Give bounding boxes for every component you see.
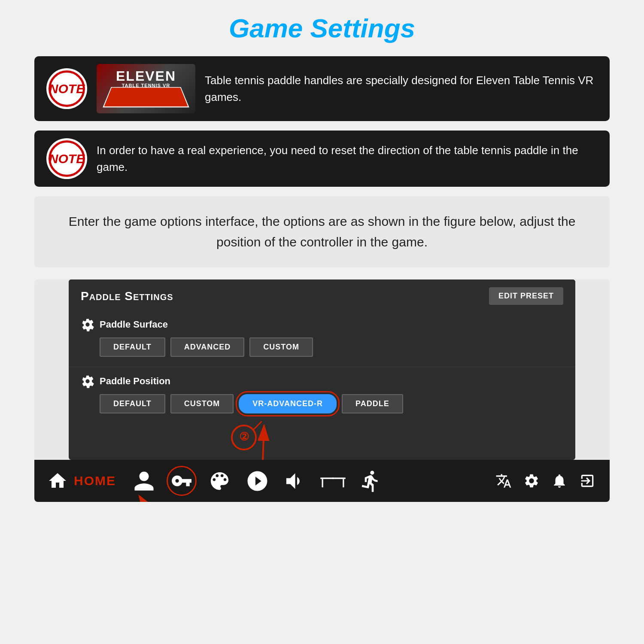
position-custom-btn[interactable]: CUSTOM: [170, 394, 234, 413]
paddle-position-section: Paddle Position DEFAULT CUSTOM VR-ADVANC…: [69, 369, 575, 421]
volume-svg-icon: [283, 469, 307, 493]
key-svg-icon: [171, 470, 192, 492]
surface-advanced-btn[interactable]: ADVANCED: [170, 337, 245, 357]
toolbar-table-icon[interactable]: [318, 466, 348, 496]
toolbar-settings-icon[interactable]: [522, 471, 541, 491]
note-text-2: In order to have a real experience, you …: [97, 142, 598, 176]
note-box-1: NOTE ELEVEN TABLE TENNIS VR Table tennis…: [34, 56, 610, 121]
exit-svg-icon: [579, 473, 595, 489]
game-ui-container: Paddle Settings EDIT PRESET Paddle Surfa…: [34, 279, 610, 502]
description-text: Enter the game options interface, the op…: [56, 211, 588, 252]
paddle-surface-section: Paddle Surface DEFAULT ADVANCED CUSTOM: [69, 313, 575, 365]
svg-rect-9: [343, 479, 344, 487]
note-label-2: NOTE: [49, 140, 85, 177]
position-section-title: Paddle Position: [100, 376, 170, 387]
svg-rect-8: [322, 479, 323, 487]
toolbar-area: HOME: [34, 460, 610, 502]
position-gear-icon: [81, 374, 94, 388]
toolbar-home-section: HOME: [47, 471, 116, 491]
toolbar-notification-icon[interactable]: [550, 471, 569, 491]
table-surface-decoration: [103, 87, 189, 108]
svg-rect-11: [322, 477, 344, 479]
home-icon: [47, 471, 68, 491]
toolbar-palette-icon[interactable]: [204, 466, 234, 496]
toolbar-key-icon[interactable]: [167, 466, 197, 496]
annotation-badge-2: ②: [228, 421, 262, 457]
page-title: Game Settings: [229, 13, 415, 43]
note-box-2: NOTE In order to have a real experience,…: [34, 131, 610, 187]
eleven-logo: ELEVEN TABLE TENNIS VR: [116, 69, 176, 88]
tt-subtitle: TABLE TENNIS VR: [116, 83, 176, 88]
position-button-row: DEFAULT CUSTOM VR-ADVANCED-R PADDLE: [81, 394, 563, 413]
translate-svg-icon: [495, 473, 512, 489]
note-label-1: NOTE: [49, 70, 85, 107]
surface-default-btn[interactable]: DEFAULT: [100, 337, 165, 357]
note-circle-1: NOTE: [46, 68, 87, 109]
surface-button-row: DEFAULT ADVANCED CUSTOM: [81, 337, 563, 357]
toolbar-person-icon[interactable]: [129, 466, 159, 496]
toolbar-home-label: HOME: [74, 474, 116, 488]
notification-svg-icon: [551, 473, 568, 489]
person-svg-icon: [132, 469, 156, 493]
surface-section-title: Paddle Surface: [100, 319, 168, 330]
game-toolbar: HOME: [34, 460, 610, 502]
panel-title: Paddle Settings: [81, 289, 173, 303]
toolbar-volume-icon[interactable]: [280, 466, 310, 496]
mask-svg-icon: [246, 469, 269, 493]
surface-custom-btn[interactable]: CUSTOM: [249, 337, 313, 357]
eleven-logo-text: ELEVEN: [116, 69, 176, 83]
position-vr-advanced-btn[interactable]: VR-ADVANCED-R: [239, 394, 337, 413]
paddle-settings-panel: Paddle Settings EDIT PRESET Paddle Surfa…: [69, 279, 575, 460]
svg-line-2: [253, 421, 262, 430]
toolbar-icons-row: [129, 466, 494, 496]
figure-svg-icon: [359, 469, 383, 493]
svg-text:②: ②: [239, 430, 249, 443]
toolbar-exit-icon[interactable]: [577, 471, 597, 491]
toolbar-translate-icon[interactable]: [494, 471, 513, 491]
surface-section-header: Paddle Surface: [81, 318, 563, 331]
edit-preset-button[interactable]: EDIT PRESET: [489, 287, 563, 305]
position-paddle-btn[interactable]: PADDLE: [342, 394, 403, 413]
panel-divider: [69, 367, 575, 367]
note-circle-2: NOTE: [46, 138, 87, 179]
badge2-area: ②: [69, 421, 575, 447]
description-box: Enter the game options interface, the op…: [34, 196, 610, 267]
surface-gear-icon: [81, 318, 94, 331]
palette-svg-icon: [208, 469, 231, 493]
note-text-1: Table tennis paddle handles are speciall…: [205, 72, 598, 106]
table-svg-icon: [319, 469, 347, 493]
position-default-btn[interactable]: DEFAULT: [100, 394, 165, 413]
toolbar-figure-icon[interactable]: [355, 466, 386, 496]
toolbar-right-icons: [494, 471, 597, 491]
panel-header: Paddle Settings EDIT PRESET: [69, 279, 575, 313]
settings-svg-icon: [523, 473, 540, 489]
game-logo-image: ELEVEN TABLE TENNIS VR: [97, 64, 195, 113]
toolbar-mask-icon[interactable]: [242, 466, 272, 496]
position-section-header: Paddle Position: [81, 374, 563, 388]
